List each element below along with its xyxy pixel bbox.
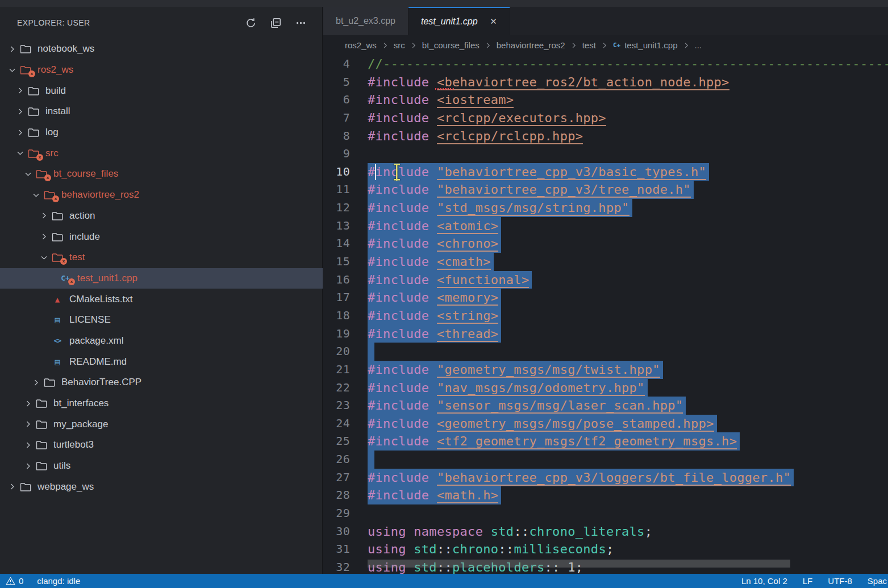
chevron-down-icon[interactable]: [37, 254, 50, 261]
code-line-12[interactable]: 12#include "std_msgs/msg/string.hpp": [323, 199, 888, 217]
tab-test_unit1.cpp[interactable]: test_unit1.cpp✕: [408, 7, 510, 35]
breadcrumb-item-behaviortree_ros2[interactable]: behaviortree_ros2: [497, 40, 565, 50]
chevron-right-icon[interactable]: [22, 400, 34, 407]
tree-folder-utils[interactable]: utils: [0, 456, 323, 477]
code-line-28[interactable]: 28#include <math.h>: [323, 486, 888, 504]
chevron-right-icon[interactable]: [22, 441, 34, 449]
tree-folder-my_package[interactable]: my_package: [0, 414, 323, 435]
chevron-right-icon[interactable]: [14, 108, 26, 115]
line-number[interactable]: 32: [323, 558, 368, 574]
code-line-8[interactable]: 8#include <rclcpp/rclcpp.hpp>: [323, 127, 888, 145]
line-number[interactable]: 15: [323, 253, 368, 271]
code-line-24[interactable]: 24#include <geometry_msgs/msg/pose_stamp…: [323, 415, 888, 433]
line-number[interactable]: 10: [323, 163, 368, 181]
tree-folder-test[interactable]: xtest: [0, 247, 323, 268]
line-number[interactable]: 18: [323, 307, 368, 325]
code-line-20[interactable]: 20: [323, 343, 888, 361]
line-number[interactable]: 13: [323, 217, 368, 235]
line-number[interactable]: 20: [323, 343, 368, 361]
line-number[interactable]: 9: [323, 145, 368, 163]
refresh-icon[interactable]: [244, 16, 257, 30]
status-item-spac[interactable]: Spac: [868, 576, 887, 586]
code-line-29[interactable]: 29: [323, 504, 888, 523]
line-number[interactable]: 14: [323, 235, 368, 253]
tree-file-test_unit1.cpp[interactable]: C+xtest_unit1.cpp: [0, 268, 323, 289]
code-line-18[interactable]: 18#include <string>: [323, 307, 888, 325]
tree-file-CMakeLists.txt[interactable]: ▲CMakeLists.txt: [0, 289, 323, 310]
breadcrumb-item-...[interactable]: ...: [695, 40, 702, 50]
tree-folder-behaviortree_ros2[interactable]: xbehaviortree_ros2: [0, 185, 323, 206]
breadcrumb-item-bt_course_files[interactable]: bt_course_files: [422, 40, 480, 50]
code-line-11[interactable]: 11#include "behaviortree_cpp_v3/tree_nod…: [323, 181, 888, 199]
tree-folder-action[interactable]: action: [0, 206, 323, 227]
line-number[interactable]: 31: [323, 540, 368, 558]
breadcrumb-item-test_unit1.cpp[interactable]: test_unit1.cpp: [624, 40, 677, 50]
chevron-right-icon[interactable]: [30, 379, 42, 386]
line-number[interactable]: 30: [323, 523, 368, 541]
chevron-down-icon[interactable]: [22, 170, 34, 178]
line-number[interactable]: 5: [323, 73, 368, 91]
chevron-right-icon[interactable]: [22, 420, 34, 428]
chevron-right-icon[interactable]: [14, 129, 26, 136]
tree-file-package.xml[interactable]: <>package.xml: [0, 331, 323, 352]
code-line-13[interactable]: 13#include <atomic>: [323, 217, 888, 235]
line-number[interactable]: 22: [323, 379, 368, 397]
status-item-utf-8[interactable]: UTF-8: [828, 576, 852, 586]
tree-file-LICENSE[interactable]: ▤LICENSE: [0, 310, 323, 331]
code-line-19[interactable]: 19#include <thread>: [323, 325, 888, 343]
line-number[interactable]: 19: [323, 325, 368, 343]
chevron-down-icon[interactable]: [30, 191, 42, 199]
chevron-right-icon[interactable]: [37, 212, 50, 219]
chevron-right-icon[interactable]: [6, 45, 18, 53]
code-line-26[interactable]: 26: [323, 451, 888, 469]
code-line-27[interactable]: 27#include "behaviortree_cpp_v3/loggers/…: [323, 469, 888, 487]
tree-folder-include[interactable]: include: [0, 226, 323, 247]
code-line-30[interactable]: 30using namespace std::chrono_literals;: [323, 523, 888, 541]
code-line-5[interactable]: 5#include <behaviortree_ros2/bt_action_n…: [323, 73, 888, 91]
chevron-right-icon[interactable]: [22, 462, 34, 470]
tree-folder-build[interactable]: build: [0, 80, 323, 101]
tree-folder-BehaviorTree.CPP[interactable]: BehaviorTree.CPP: [0, 372, 323, 393]
horizontal-scrollbar[interactable]: [368, 560, 790, 568]
code-line-17[interactable]: 17#include <memory>: [323, 289, 888, 307]
line-number[interactable]: 24: [323, 415, 368, 433]
breadcrumb-item-ros2_ws[interactable]: ros2_ws: [345, 40, 377, 50]
status-item-ln-10-col-2[interactable]: Ln 10, Col 2: [741, 576, 787, 586]
status-item-lf[interactable]: LF: [803, 576, 813, 586]
problems-indicator[interactable]: 0: [6, 576, 23, 586]
line-number[interactable]: 17: [323, 289, 368, 307]
tree-file-README.md[interactable]: ▤README.md: [0, 351, 323, 372]
code-line-10[interactable]: 10#include "behaviortree_cpp_v3/basic_ty…: [323, 163, 888, 181]
tree-folder-webpage_ws[interactable]: webpage_ws: [0, 476, 323, 497]
code-editor[interactable]: 4//-------------------------------------…: [323, 55, 888, 574]
line-number[interactable]: 23: [323, 397, 368, 415]
tree-folder-bt_course_files[interactable]: xbt_course_files: [0, 164, 323, 185]
line-number[interactable]: 16: [323, 271, 368, 289]
chevron-right-icon[interactable]: [14, 87, 26, 94]
code-line-4[interactable]: 4//-------------------------------------…: [323, 55, 888, 73]
chevron-right-icon[interactable]: [6, 483, 18, 490]
line-number[interactable]: 8: [323, 127, 368, 145]
line-number[interactable]: 21: [323, 361, 368, 379]
line-number[interactable]: 12: [323, 199, 368, 217]
breadcrumb-item-src[interactable]: src: [394, 40, 405, 50]
tree-folder-ros2_ws[interactable]: xros2_ws: [0, 60, 323, 81]
chevron-right-icon[interactable]: [37, 233, 50, 240]
tree-folder-src[interactable]: xsrc: [0, 143, 323, 164]
line-number[interactable]: 11: [323, 181, 368, 199]
code-line-16[interactable]: 16#include <functional>: [323, 271, 888, 289]
clangd-status[interactable]: clangd: idle: [37, 576, 80, 586]
code-line-31[interactable]: 31using std::chrono::milliseconds;: [323, 540, 888, 558]
line-number[interactable]: 29: [323, 504, 368, 523]
code-line-22[interactable]: 22#include "nav_msgs/msg/odometry.hpp": [323, 379, 888, 397]
line-number[interactable]: 7: [323, 109, 368, 127]
more-actions-icon[interactable]: [294, 16, 307, 30]
code-line-6[interactable]: 6#include <iostream>: [323, 91, 888, 109]
line-number[interactable]: 26: [323, 451, 368, 469]
code-line-9[interactable]: 9: [323, 145, 888, 163]
tree-folder-turtlebot3[interactable]: turtlebot3: [0, 435, 323, 456]
close-icon[interactable]: ✕: [488, 16, 499, 27]
code-line-7[interactable]: 7#include <rclcpp/executors.hpp>: [323, 109, 888, 127]
code-line-25[interactable]: 25#include <tf2_geometry_msgs/tf2_geomet…: [323, 432, 888, 451]
tree-folder-notebook_ws[interactable]: notebook_ws: [0, 39, 323, 60]
